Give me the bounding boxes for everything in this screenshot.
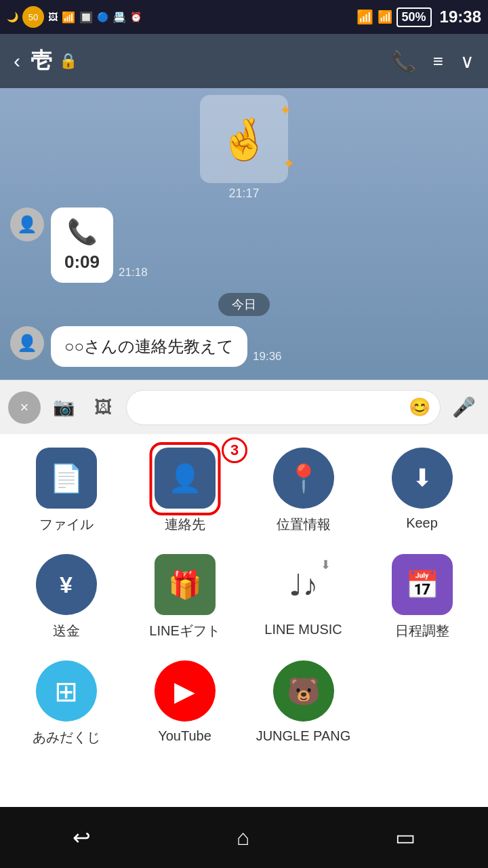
image-icon: 🖼	[48, 12, 58, 22]
moon-icon: 🌙	[7, 12, 18, 22]
battery-label: 50%	[396, 7, 432, 27]
phone-icon[interactable]: 📞	[391, 50, 416, 73]
close-panel-button[interactable]: ×	[8, 391, 41, 424]
chat-title: 壱	[30, 46, 52, 76]
amida-icon: ⊞	[36, 660, 97, 722]
today-separator: 今日	[0, 293, 488, 316]
app-music[interactable]: ♩♪ ⬇ LINE MUSIC	[244, 554, 363, 640]
keep-label: Keep	[406, 515, 438, 531]
card-icon: 📇	[113, 11, 126, 24]
jungle-label: JUNGLE PANG	[256, 728, 351, 744]
app-gift[interactable]: 🎁 LINEギフト	[125, 554, 244, 640]
signal-icon: 📶	[378, 9, 392, 24]
sticker-area: 🤞 ✦ ✦	[0, 88, 488, 183]
bottom-nav: ↩ ⌂ ▭	[0, 807, 488, 868]
app-youtube[interactable]: ▶ YouTube	[125, 660, 244, 747]
mic-icon: 🎤	[452, 396, 476, 418]
sticker: 🤞 ✦ ✦	[200, 95, 288, 183]
signal-box-icon: 🔲	[79, 11, 93, 24]
spacer	[0, 760, 488, 807]
emoji-icon[interactable]: 😊	[409, 397, 430, 418]
app-jungle[interactable]: 🐻 JUNGLE PANG	[244, 660, 363, 747]
send-icon: ¥	[36, 554, 97, 615]
app-schedule[interactable]: 📅 日程調整	[363, 554, 481, 640]
gift-label: LINEギフト	[149, 622, 220, 640]
back-button[interactable]: ‹	[14, 50, 20, 73]
call-duration: 0:09	[64, 252, 100, 273]
text-message-row: 👤 ○○さんの連絡先教えて 19:36	[0, 323, 488, 370]
mic-button[interactable]: 🎤	[447, 391, 480, 424]
status-right-info: 📶 📶 50% 19:38	[357, 7, 481, 27]
menu-icon[interactable]: ≡	[433, 51, 443, 72]
call-bubble-icon: 📞	[67, 218, 98, 246]
image-button[interactable]: 🖼	[87, 391, 119, 424]
chat-area: 🤞 ✦ ✦ 21:17 👤 📞 0:09 21:18 今日 👤	[0, 88, 488, 380]
jungle-icon: 🐻	[273, 660, 334, 722]
nav-action-icons: 📞 ≡ ∨	[391, 50, 474, 73]
send-label: 送金	[53, 622, 80, 640]
app-amida[interactable]: ⊞ あみだくじ	[7, 660, 125, 747]
call-time: 21:18	[119, 266, 148, 279]
schedule-label: 日程調整	[395, 622, 449, 640]
status-bar: 🌙 50 🖼 📶 🔲 🔵 📇 ⏰ 📶 📶 50% 19:38	[0, 0, 488, 34]
bluetooth-icon: 🔵	[97, 12, 108, 22]
call-bubble: 📞 0:09	[51, 208, 113, 283]
schedule-icon: 📅	[392, 554, 453, 615]
wifi-icon: 📶	[357, 9, 373, 25]
keep-icon: ⬇	[392, 448, 453, 509]
camera-icon: 📷	[53, 397, 75, 418]
app-contact[interactable]: 3 👤 連絡先	[125, 448, 244, 534]
recent-nav-button[interactable]: ▭	[395, 825, 415, 850]
text-bubble: ○○さんの連絡先教えて	[51, 326, 247, 367]
today-badge: 今日	[218, 293, 270, 316]
music-icon: ♩♪ ⬇	[273, 554, 334, 615]
back-nav-button[interactable]: ↩	[73, 825, 91, 850]
nav-bar: ‹ 壱 🔒 📞 ≡ ∨	[0, 34, 488, 88]
msg-time-1: 21:17	[0, 186, 488, 201]
contact-icon: 👤	[155, 448, 216, 509]
wifi-off-icon: 📶	[62, 11, 75, 24]
avatar-2: 👤	[10, 326, 44, 360]
close-icon: ×	[20, 399, 29, 416]
app-file[interactable]: 📄 ファイル	[7, 448, 125, 534]
app-send[interactable]: ¥ 送金	[7, 554, 125, 640]
location-label: 位置情報	[277, 515, 331, 534]
input-bar: × 📷 🖼 😊 🎤	[0, 380, 488, 434]
sparkle-2: ✦	[283, 155, 295, 173]
app-keep[interactable]: ⬇ Keep	[363, 448, 481, 534]
gift-icon: 🎁	[155, 554, 216, 615]
msg-time-2: 19:36	[253, 350, 282, 363]
speed-icon: 50	[22, 6, 44, 28]
home-nav-button[interactable]: ⌂	[237, 825, 249, 850]
status-left-icons: 🌙 50 🖼 📶 🔲 🔵 📇 ⏰	[7, 6, 142, 28]
avatar: 👤	[10, 208, 44, 241]
app-location[interactable]: 📍 位置情報	[244, 448, 363, 534]
sparkle-1: ✦	[279, 102, 291, 119]
time-label: 19:38	[440, 7, 481, 26]
amida-label: あみだくじ	[33, 728, 100, 747]
file-label: ファイル	[39, 515, 94, 534]
badge-number: 3	[222, 437, 247, 463]
lock-icon: 🔒	[59, 52, 77, 70]
apps-grid: 📄 ファイル 3 👤 連絡先 📍 位置情報 ⬇ Keep	[0, 434, 488, 760]
youtube-label: YouTube	[158, 728, 211, 744]
text-input-field[interactable]: 😊	[126, 390, 441, 425]
file-icon: 📄	[36, 448, 97, 509]
alarm-icon: ⏰	[130, 12, 142, 22]
contact-label: 連絡先	[165, 515, 205, 534]
chevron-down-icon[interactable]: ∨	[460, 50, 474, 73]
music-label: LINE MUSIC	[264, 622, 342, 637]
image-icon: 🖼	[94, 397, 112, 418]
camera-button[interactable]: 📷	[47, 391, 80, 424]
call-message-row: 👤 📞 0:09 21:18	[0, 204, 488, 286]
location-icon: 📍	[273, 448, 334, 509]
youtube-icon: ▶	[155, 660, 216, 722]
